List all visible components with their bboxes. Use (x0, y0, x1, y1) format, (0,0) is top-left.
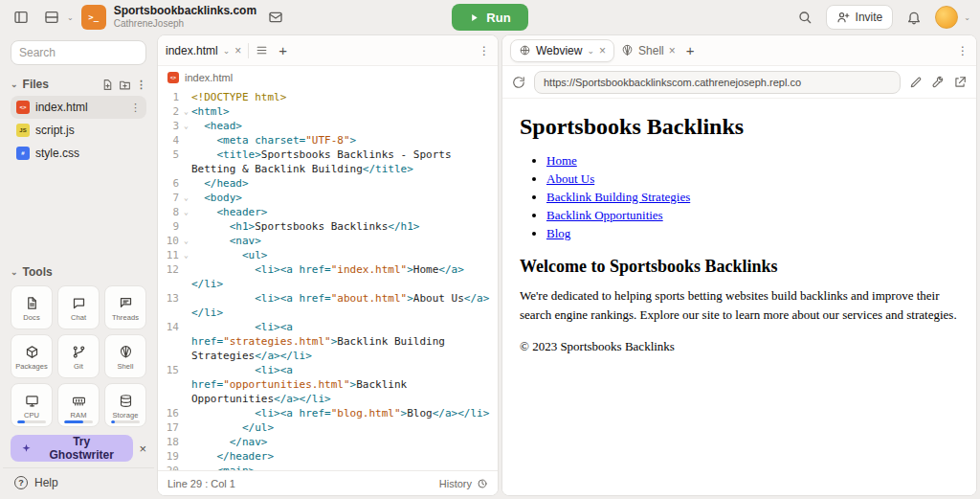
run-label: Run (486, 11, 510, 25)
file-item-script.js[interactable]: JSscript.js (11, 119, 146, 142)
repl-meta[interactable]: Sportsbookbacklinks.com CathreneJoseph (114, 5, 256, 29)
fold-chevron-icon[interactable]: ⌄ (181, 119, 191, 133)
webview-link[interactable]: Home (546, 153, 577, 168)
code-line[interactable]: 11⌄ <ul> (158, 248, 498, 262)
tool-threads[interactable]: Threads (104, 285, 146, 329)
invite-button[interactable]: Invite (826, 5, 894, 30)
fold-chevron-icon[interactable]: ⌄ (181, 464, 191, 470)
tool-chat[interactable]: Chat (57, 285, 100, 329)
file-item-style.css[interactable]: #style.css (11, 142, 146, 165)
open-tabs-list-icon[interactable] (256, 44, 268, 57)
new-tab-icon[interactable]: + (682, 43, 699, 57)
history-button[interactable]: History (439, 478, 488, 489)
devtools-wrench-icon[interactable] (931, 76, 945, 89)
shell-icon (621, 44, 634, 57)
files-header[interactable]: ⌄ Files ⋮ (11, 78, 146, 91)
webview-link[interactable]: Backlink Opportunities (546, 208, 663, 222)
new-folder-icon[interactable] (119, 79, 131, 91)
tool-docs[interactable]: Docs (11, 285, 53, 329)
search-input[interactable] (11, 40, 146, 65)
tool-label: Git (74, 362, 83, 371)
code-line[interactable]: 16 <li><a href="blog.html">Blog</a></li> (158, 406, 498, 420)
repl-name: Sportsbookbacklinks.com (114, 5, 256, 18)
run-button[interactable]: Run (452, 4, 527, 31)
code-line[interactable]: 18 </nav> (158, 435, 498, 449)
code-line[interactable]: 20⌄ <main> (158, 464, 498, 470)
code-line[interactable]: 10⌄ <nav> (158, 234, 498, 248)
webview-nav-item: Blog (546, 226, 959, 241)
file-item-index.html[interactable]: <>index.html⋮ (11, 96, 146, 119)
tools-header[interactable]: ⌄ Tools (11, 265, 146, 279)
close-tab-icon[interactable]: × (669, 44, 676, 57)
breadcrumb-filename: index.html (185, 72, 233, 83)
avatar[interactable] (935, 6, 958, 29)
code-line[interactable]: 6 </head> (158, 176, 498, 191)
page-paragraph: We're dedicated to helping sports bettin… (520, 286, 959, 324)
topbar-center: Run (452, 4, 527, 31)
file-menu-icon[interactable]: ⋮ (130, 102, 141, 114)
try-ghostwriter-button[interactable]: Try Ghostwriter (11, 435, 133, 462)
tool-shell[interactable]: Shell (104, 334, 146, 378)
edit-url-pencil-icon[interactable] (909, 76, 923, 89)
tool-packages[interactable]: Packages (11, 334, 53, 378)
code-line[interactable]: 1<!DOCTYPE html> (158, 90, 498, 104)
tool-git[interactable]: Git (57, 334, 100, 378)
webview-link[interactable]: Blog (546, 226, 570, 240)
globe-icon (519, 44, 531, 57)
repl-icon[interactable]: >_ (81, 5, 106, 30)
code-line[interactable]: 4 <meta charset="UTF-8"> (158, 133, 498, 147)
files-menu-icon[interactable]: ⋮ (136, 79, 146, 91)
code-line[interactable]: 15 <li><a href="opportunities.html">Back… (158, 363, 498, 406)
webview-link[interactable]: About Us (546, 171, 594, 186)
tool-storage[interactable]: Storage (104, 383, 146, 427)
tab-webview[interactable]: Webview ⌄ × (510, 39, 614, 62)
fold-chevron-icon[interactable]: ⌄ (181, 248, 191, 262)
fold-chevron-icon[interactable]: ⌄ (181, 205, 191, 219)
new-tab-icon[interactable]: + (275, 43, 291, 57)
code-line[interactable]: 9 <h1>Sportsbooks Backlinks</h1> (158, 219, 498, 234)
webview-link[interactable]: Backlink Building Strategies (546, 190, 690, 204)
layout-switcher-button[interactable] (40, 6, 63, 29)
chevron-down-icon[interactable]: ⌄ (223, 46, 231, 56)
notifications-button[interactable] (902, 6, 925, 29)
code-line[interactable]: 7⌄ <body> (158, 191, 498, 205)
code-lines[interactable]: 1<!DOCTYPE html>2⌄<html>3⌄ <head>4 <meta… (158, 87, 498, 470)
sidebar-toggle-button[interactable] (10, 6, 33, 29)
code-line[interactable]: 13 <li><a href="about.html">About Us</a>… (158, 291, 498, 320)
tool-cpu[interactable]: CPU (11, 383, 53, 427)
chevron-down-icon[interactable]: ⌄ (587, 46, 594, 56)
fold-chevron-icon[interactable]: ⌄ (181, 191, 191, 205)
git-icon (72, 345, 86, 359)
fold-chevron-icon[interactable]: ⌄ (181, 234, 191, 248)
files-label: Files (23, 78, 49, 91)
code-line[interactable]: 12 <li><a href="index.html">Home</a></li… (158, 262, 498, 291)
history-label: History (439, 478, 472, 489)
chevron-down-icon: ⌄ (11, 267, 18, 277)
tab-index-html[interactable]: index.html ⌄ × (166, 44, 241, 57)
close-tab-icon[interactable]: × (599, 44, 606, 57)
open-in-new-tab-icon[interactable] (953, 76, 967, 89)
code-line[interactable]: 14 <li><a href="strategies.html">Backlin… (158, 320, 498, 363)
code-line[interactable]: 3⌄ <head> (158, 119, 498, 133)
publish-button[interactable] (264, 6, 287, 29)
tab-shell[interactable]: Shell × (621, 44, 676, 57)
search-button[interactable] (793, 6, 816, 29)
code-line[interactable]: 2⌄<html> (158, 104, 498, 119)
webview-pane-menu-icon[interactable]: ⋮ (957, 44, 969, 57)
code-line[interactable]: 17 </ul> (158, 420, 498, 435)
tool-ram[interactable]: RAM (57, 383, 100, 427)
fold-chevron-icon[interactable]: ⌄ (181, 104, 191, 119)
question-mark-icon: ? (14, 476, 28, 489)
help-button[interactable]: ? Help (3, 467, 154, 496)
url-input[interactable] (534, 71, 901, 94)
close-tab-icon[interactable]: × (234, 44, 241, 57)
code-line[interactable]: 8⌄ <header> (158, 205, 498, 219)
editor-breadcrumb[interactable]: <> index.html (158, 66, 498, 87)
code-line[interactable]: 19 </header> (158, 449, 498, 464)
refresh-icon[interactable] (512, 76, 525, 89)
new-file-icon[interactable] (101, 79, 114, 91)
editor-pane-menu-icon[interactable]: ⋮ (479, 44, 490, 57)
code-line[interactable]: 5 <title>Sportsbooks Backlinks - Sports … (158, 147, 498, 176)
chevron-down-icon[interactable]: ⌄ (964, 13, 970, 22)
ghostwriter-dismiss-icon[interactable]: × (139, 442, 146, 456)
